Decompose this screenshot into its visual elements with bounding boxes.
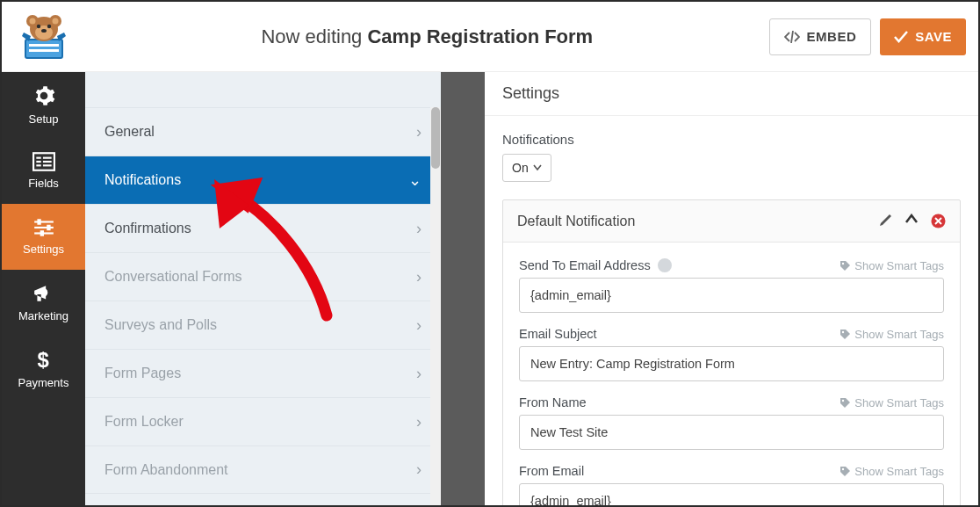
top-actions: EMBED SAVE [769,18,966,55]
svg-rect-18 [42,164,51,166]
svg-point-30 [842,467,844,469]
panel-item-label: Confirmations [104,221,191,236]
sidebar-item-label: Fields [28,177,59,190]
panel-item-label: Form Pages [104,366,181,381]
sidebar-item-payments[interactable]: $ Payments [2,336,85,402]
panel-item-surveys-polls[interactable]: Surveys and Polls › [85,301,441,349]
main-content: Settings Notifications On Default Notifi… [485,72,978,505]
gutter [441,72,485,505]
field-label: From Email [519,464,584,478]
check-icon [894,31,908,43]
select-value: On [512,161,529,175]
tag-icon [839,329,851,340]
tag-icon [839,260,851,272]
svg-rect-14 [42,157,51,159]
sidebar: Setup Fields Settings Marketing $ Paymen… [2,72,85,505]
show-smart-tags[interactable]: Show Smart Tags [839,259,944,272]
panel-item-confirmations[interactable]: Confirmations › [85,204,441,252]
field-label: From Name [519,395,587,409]
pencil-icon[interactable] [878,214,892,228]
field-label: Send To Email Address [519,258,651,272]
sidebar-item-marketing[interactable]: Marketing [2,270,85,336]
panel-item-label: General [104,124,155,140]
svg-rect-24 [40,230,43,236]
field-email-subject: Email Subject Show Smart Tags [519,327,944,381]
notifications-label: Notifications [502,132,961,147]
chevron-right-icon: › [416,460,422,479]
show-smart-tags[interactable]: Show Smart Tags [839,396,944,409]
settings-panel: General › Notifications ⌄ Confirmations … [85,72,441,505]
show-smart-tags[interactable]: Show Smart Tags [839,328,944,341]
dollar-icon: $ [35,348,53,371]
panel-item-form-abandonment[interactable]: Form Abandonment › [85,445,441,494]
chevron-up-icon[interactable] [904,214,919,224]
embed-icon [784,31,800,43]
save-button[interactable]: SAVE [880,18,966,55]
svg-rect-1 [29,44,59,47]
panel-item-conversational-forms[interactable]: Conversational Forms › [85,252,441,301]
gear-icon [32,84,55,107]
notification-header: Default Notification [503,200,960,243]
page-title: Now editing Camp Registration Form [85,25,769,48]
svg-point-11 [41,29,47,33]
chevron-right-icon: › [416,220,422,238]
panel-item-label: Notifications [104,172,181,188]
tag-icon [839,466,851,477]
list-icon [32,152,55,171]
svg-rect-2 [29,49,59,52]
sidebar-item-label: Payments [18,376,69,389]
chevron-right-icon: › [416,365,422,383]
notification-body: Send To Email Address Show Smart Tags [503,243,960,505]
notification-box: Default Notification Send To Email Addre… [502,199,961,505]
body: Setup Fields Settings Marketing $ Paymen… [2,72,978,505]
embed-label: EMBED [807,29,857,44]
field-from-name: From Name Show Smart Tags [519,395,944,450]
help-icon[interactable] [658,258,672,272]
svg-point-10 [47,24,50,27]
main-title: Settings [485,72,978,116]
svg-text:$: $ [37,348,48,371]
send-to-input[interactable] [519,278,944,313]
svg-rect-15 [36,161,40,163]
chevron-down-icon [533,164,542,171]
from-name-input[interactable] [519,415,944,450]
save-label: SAVE [915,29,952,44]
sidebar-item-setup[interactable]: Setup [2,72,85,138]
svg-rect-20 [34,227,54,228]
svg-point-9 [36,24,40,27]
panel-item-form-locker[interactable]: Form Locker › [85,397,441,445]
field-label: Email Subject [519,327,597,341]
svg-rect-22 [37,219,40,225]
svg-rect-16 [42,161,51,163]
show-smart-tags[interactable]: Show Smart Tags [839,465,944,478]
chevron-right-icon: › [416,316,422,335]
chevron-right-icon: › [416,413,422,431]
panel-item-general[interactable]: General › [85,107,441,156]
notifications-toggle-select[interactable]: On [502,154,551,182]
sidebar-item-label: Setup [29,112,59,126]
email-subject-input[interactable] [519,346,944,381]
notification-title: Default Notification [517,214,635,229]
sliders-icon [32,218,55,237]
field-from-email: From Email Show Smart Tags [519,464,944,505]
chevron-down-icon: ⌄ [408,170,422,190]
embed-button[interactable]: EMBED [769,18,872,55]
scrollbar-thumb[interactable] [431,107,440,169]
tag-icon [839,397,851,409]
from-email-input[interactable] [519,483,944,505]
title-form-name: Camp Registration Form [367,25,593,47]
panel-item-form-pages[interactable]: Form Pages › [85,349,441,397]
chevron-right-icon: › [416,268,422,286]
app-frame: Now editing Camp Registration Form EMBED… [0,0,980,507]
svg-point-27 [842,262,844,264]
megaphone-icon [32,283,55,304]
panel-item-notifications[interactable]: Notifications ⌄ [85,156,441,204]
sidebar-item-settings[interactable]: Settings [2,204,85,270]
svg-point-28 [842,330,844,332]
svg-rect-0 [25,40,62,58]
settings-panel-list: General › Notifications ⌄ Confirmations … [85,107,441,494]
svg-rect-17 [36,164,40,166]
close-icon[interactable] [931,214,946,228]
panel-item-label: Surveys and Polls [104,317,217,333]
sidebar-item-fields[interactable]: Fields [2,138,85,204]
